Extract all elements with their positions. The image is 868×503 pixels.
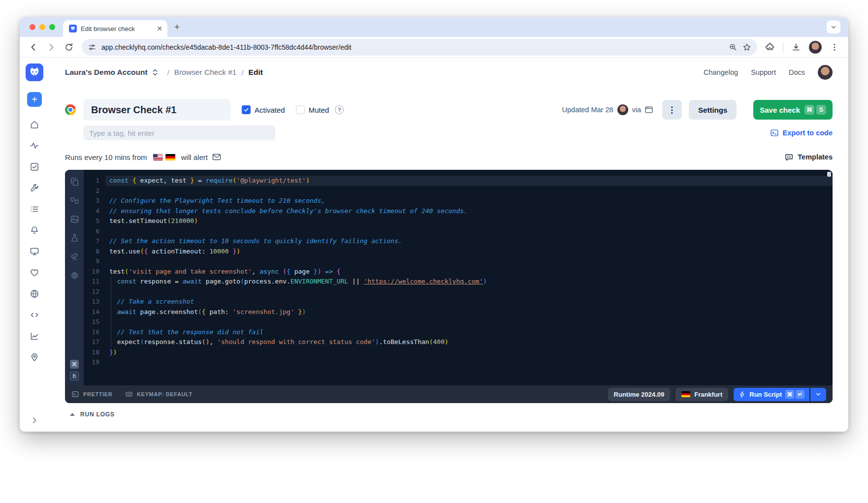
check-name-input[interactable] — [83, 99, 231, 121]
topnav-link-support[interactable]: Support — [751, 68, 776, 76]
code-line[interactable] — [105, 256, 833, 267]
code-line[interactable] — [105, 317, 833, 327]
code-line[interactable]: // Test that the response did not fail — [105, 327, 833, 338]
monitor-icon[interactable] — [30, 247, 39, 256]
url-text[interactable]: app.checklyhq.com/checks/e45dacab-8de1-4… — [101, 43, 724, 51]
code-line[interactable]: // Take a screenshot — [105, 297, 833, 307]
code-line[interactable] — [105, 287, 833, 297]
minimize-window-icon[interactable] — [39, 24, 45, 30]
browser-tab[interactable]: Edit browser check ✕ — [63, 20, 167, 37]
breadcrumb-check[interactable]: Browser Check #1 — [174, 68, 237, 77]
tab-close-icon[interactable]: ✕ — [157, 25, 162, 32]
chip-icon[interactable] — [70, 271, 79, 280]
chevron-down-icon — [815, 391, 822, 398]
download-icon[interactable] — [791, 42, 801, 52]
keymap-selector[interactable]: KEYMAP: DEFAULT — [125, 390, 193, 398]
line-number: 3 — [84, 196, 105, 206]
code-area[interactable]: 12345678910111213141516171819 const { ex… — [84, 170, 833, 385]
list-icon[interactable] — [30, 204, 39, 214]
tab-search-chevron-icon[interactable] — [827, 21, 840, 33]
help-icon[interactable]: ? — [335, 105, 344, 114]
user-avatar[interactable] — [818, 65, 833, 80]
code-line[interactable]: test.use({ actionTimeout: 10000 }) — [105, 247, 833, 257]
code-line[interactable]: test.setTimeout(210000) — [105, 216, 833, 226]
editor-scrollbar[interactable] — [827, 172, 831, 177]
code-line[interactable] — [105, 226, 833, 237]
telescope-icon[interactable] — [70, 252, 79, 261]
muted-toggle[interactable]: Muted — [296, 105, 329, 114]
heart-icon[interactable] — [30, 268, 39, 278]
close-window-icon[interactable] — [30, 24, 35, 30]
save-check-button[interactable]: Save check ⌘S — [753, 100, 833, 120]
activated-label: Activated — [255, 106, 285, 114]
export-to-code-link[interactable]: Export to code — [770, 128, 833, 137]
maximize-window-icon[interactable] — [49, 24, 55, 30]
line-number: 13 — [84, 297, 105, 307]
code-line[interactable]: // Set the action timeout to 10 seconds … — [105, 236, 833, 247]
sidebar-nav — [30, 120, 39, 362]
runtime-button[interactable]: Runtime 2024.09 — [608, 388, 671, 401]
code-line[interactable]: await page.screenshot({ path: 'screensho… — [105, 307, 833, 317]
sort-vertical-icon[interactable] — [152, 68, 159, 76]
tag-input[interactable] — [83, 126, 275, 140]
code-line[interactable] — [105, 186, 833, 196]
create-new-button[interactable]: + — [27, 92, 42, 107]
home-icon[interactable] — [30, 120, 39, 129]
tune-icon[interactable] — [88, 43, 96, 52]
line-number: 1 — [84, 176, 105, 186]
back-icon[interactable] — [29, 42, 38, 52]
run-options-chevron[interactable] — [810, 388, 826, 401]
run-script-button[interactable]: Run Script ⌘↵ — [734, 388, 809, 401]
updated-by-avatar — [617, 104, 628, 115]
topnav-link-docs[interactable]: Docs — [789, 68, 805, 76]
checkly-logo[interactable] — [26, 63, 43, 81]
code-line[interactable]: const { expect, test } = require('@playw… — [105, 176, 833, 186]
run-logs-toggle[interactable]: RUN LOGS — [65, 411, 833, 418]
activated-toggle[interactable]: Activated — [242, 105, 285, 114]
address-bar[interactable]: app.checklyhq.com/checks/e45dacab-8de1-4… — [82, 39, 757, 56]
activity-icon[interactable] — [30, 141, 39, 151]
code-icon[interactable] — [30, 310, 39, 320]
code-line[interactable]: // ensuring that longer tests conclude b… — [105, 206, 833, 217]
code-line[interactable] — [105, 357, 833, 368]
settings-button[interactable]: Settings — [689, 100, 737, 120]
zoom-in-icon[interactable] — [729, 43, 738, 52]
flask-icon[interactable] — [70, 233, 79, 243]
code-line[interactable]: }) — [105, 347, 833, 358]
forward-icon[interactable] — [46, 42, 56, 52]
pin-icon[interactable] — [30, 352, 39, 362]
code-line[interactable]: test('visit page and take screenshot', a… — [105, 267, 833, 277]
code-lines[interactable]: const { expect, test } = require('@playw… — [105, 176, 833, 385]
code-line[interactable]: const response = await page.goto(process… — [105, 277, 833, 287]
new-tab-icon[interactable]: + — [174, 22, 180, 32]
more-vert-icon[interactable] — [830, 42, 839, 52]
code-line[interactable]: // Configure the Playwright Test timeout… — [105, 196, 833, 206]
account-switcher[interactable]: Laura's Demo Account — [65, 68, 148, 77]
copy-icon[interactable] — [70, 177, 79, 187]
runs-text: Runs every 10 mins from — [65, 153, 147, 161]
activated-checkbox[interactable] — [242, 105, 251, 114]
code-line[interactable]: expect(response.status(), 'should respon… — [105, 337, 833, 347]
image-icon[interactable] — [70, 215, 79, 224]
more-options-button[interactable]: ⋮ — [662, 100, 682, 120]
masks-icon[interactable] — [70, 196, 79, 205]
bell-icon[interactable] — [30, 225, 39, 235]
topnav-link-changelog[interactable]: Changelog — [704, 68, 738, 76]
code-token: 210000 — [171, 217, 194, 224]
wrench-icon[interactable] — [30, 183, 39, 193]
templates-button[interactable]: Templates — [784, 153, 833, 162]
muted-checkbox[interactable] — [296, 105, 305, 114]
globe-icon[interactable] — [30, 289, 39, 299]
check-header: Activated Muted ? Updated Mar 28 via ⋮ S… — [65, 99, 833, 121]
reload-icon[interactable] — [64, 42, 74, 52]
code-token: ) — [375, 338, 379, 346]
extensions-icon[interactable] — [765, 42, 775, 52]
checks-icon[interactable] — [30, 162, 39, 172]
star-icon[interactable] — [742, 43, 751, 52]
browser-profile-avatar[interactable] — [809, 41, 822, 54]
sidebar-expand-chevron-icon[interactable] — [30, 416, 39, 425]
location-button[interactable]: Frankfurt — [675, 388, 728, 401]
prettier-toggle[interactable]: PRETTIER — [71, 390, 112, 398]
chart-icon[interactable] — [30, 331, 39, 341]
code-token — [109, 298, 117, 305]
